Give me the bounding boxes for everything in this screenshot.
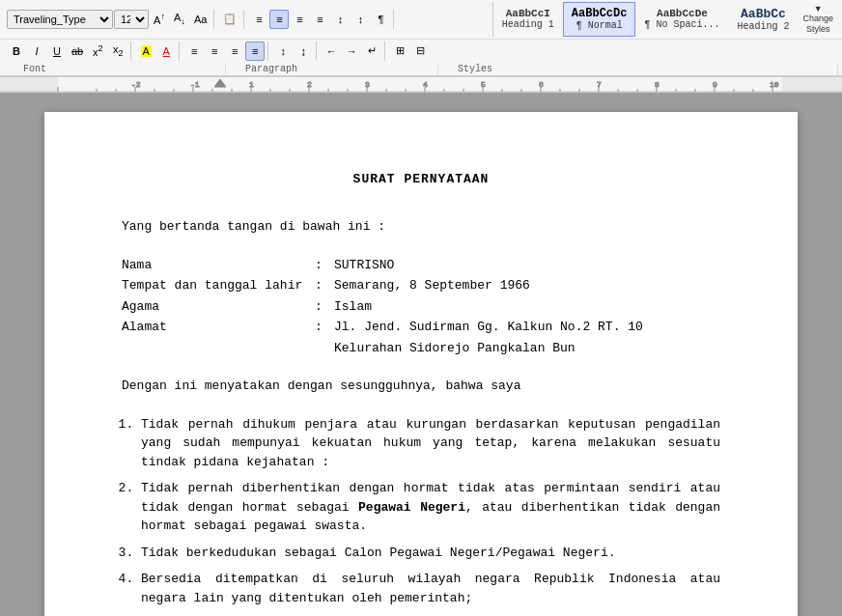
svg-text:6: 6 xyxy=(539,80,544,89)
sort-asc-btn[interactable]: ↕ xyxy=(330,10,350,29)
font-name-select[interactable]: Traveling_Type xyxy=(7,10,113,29)
align-center-btn[interactable]: ≡ xyxy=(205,42,224,61)
misc-icon1: ⊞ xyxy=(396,44,405,57)
alamat2-colon xyxy=(315,339,334,358)
misc-btn1[interactable]: ⊞ xyxy=(390,42,409,61)
numbered-list-btn[interactable]: ≡ xyxy=(269,10,289,29)
ruler-inner: -2 -1 1 2 3 4 xyxy=(0,77,842,92)
agama-label: Agama xyxy=(122,297,315,317)
underline-icon: U xyxy=(53,45,61,57)
svg-text:-2: -2 xyxy=(131,80,141,89)
svg-text:2: 2 xyxy=(307,80,312,89)
svg-text:10: 10 xyxy=(770,80,779,89)
decrease-indent-btn[interactable]: ≡ xyxy=(290,10,309,29)
style-no-spacing-label: ¶ No Spaci... xyxy=(644,19,719,30)
indent-extra-btn[interactable]: ↵ xyxy=(362,42,381,61)
font-size-select[interactable]: 12 xyxy=(114,10,149,29)
misc-btn2[interactable]: ⊟ xyxy=(410,42,430,61)
font-shrink-icon: A↓ xyxy=(174,12,185,26)
table-row: Alamat : Jl. Jend. Sudirman Gg. Kalkun N… xyxy=(122,318,720,337)
font-grow-btn[interactable]: A↑ xyxy=(150,10,169,29)
alamat-colon: : xyxy=(315,318,334,337)
numbered-list-icon: ≡ xyxy=(276,14,282,25)
ruler: -2 -1 1 2 3 4 xyxy=(0,77,842,93)
superscript-btn[interactable]: x2 xyxy=(88,42,107,61)
align-left-icon: ≡ xyxy=(191,45,197,57)
font-shrink-btn[interactable]: A↓ xyxy=(170,10,189,29)
clipboard-icon: 📋 xyxy=(223,13,237,25)
bullet-list-btn[interactable]: ≡ xyxy=(249,10,268,29)
subscript-btn[interactable]: x2 xyxy=(108,42,127,61)
align-right-btn[interactable]: ≡ xyxy=(225,42,244,61)
paragraph-group-label: Paragraph xyxy=(226,63,438,75)
bold-btn[interactable]: B xyxy=(7,42,26,61)
align-left-btn[interactable]: ≡ xyxy=(184,42,204,61)
change-styles-btn[interactable]: ▼ ChangeStyles xyxy=(798,2,838,37)
font-color-icon: A xyxy=(163,45,170,57)
font-color-btn[interactable]: A xyxy=(156,42,176,61)
style-heading2[interactable]: AaBbCc Heading 2 xyxy=(728,2,798,37)
font-group: Traveling_Type 12 A↑ A↓ Aа xyxy=(4,10,214,29)
indent-left-btn[interactable]: ← xyxy=(322,42,341,61)
svg-text:9: 9 xyxy=(713,80,717,89)
line-spacing-btn[interactable]: ↕ xyxy=(273,42,293,61)
agama-value: Islam xyxy=(334,297,720,317)
page[interactable]: SURAT PERNYATAAN Yang bertanda tangan di… xyxy=(44,112,798,616)
indent-right-icon: → xyxy=(347,45,357,57)
sort-desc-btn[interactable]: ↕ xyxy=(351,10,370,29)
list-item: Tidak berkedudukan sebagai Calon Pegawai… xyxy=(141,544,720,563)
show-para-btn[interactable]: ¶ xyxy=(371,10,390,29)
table-row: Tempat dan tanggal lahir : Semarang, 8 S… xyxy=(122,276,720,295)
text-highlight-btn[interactable]: A xyxy=(136,42,155,61)
svg-text:3: 3 xyxy=(365,80,370,89)
document-title: SURAT PERNYATAAN xyxy=(122,170,720,189)
increase-indent-icon: ≡ xyxy=(317,14,323,25)
italic-btn[interactable]: I xyxy=(27,42,46,61)
font-color-group: A A xyxy=(133,42,180,61)
style-no-spacing[interactable]: AaBbCcDe ¶ No Spaci... xyxy=(635,2,728,37)
misc-group: ⊞ ⊟ xyxy=(387,42,433,61)
indent-right-btn[interactable]: → xyxy=(342,42,361,61)
alamat2-value: Kelurahan Sidorejo Pangkalan Bun xyxy=(334,339,720,358)
ruler-svg: -2 -1 1 2 3 4 xyxy=(0,77,842,93)
document-body-text: Dengan ini menyatakan dengan sesungguhny… xyxy=(122,377,720,396)
document-area: SURAT PERNYATAAN Yang bertanda tangan di… xyxy=(0,93,842,616)
strikethrough-btn[interactable]: ab xyxy=(68,42,87,61)
ttl-value: Semarang, 8 September 1966 xyxy=(334,276,720,295)
bold-text: Pegawai Negeri xyxy=(358,500,465,515)
indent-left-icon: ← xyxy=(326,45,337,57)
list-item: Tidak pernah diberhentikan dengan hormat… xyxy=(141,479,720,536)
ttl-label: Tempat dan tanggal lahir xyxy=(122,276,315,295)
clipboard-group: 📋 xyxy=(216,10,244,29)
style-normal-preview: AaBbCcDc xyxy=(572,7,628,20)
subscript-icon: x2 xyxy=(113,43,124,58)
strikethrough-icon: ab xyxy=(71,45,83,57)
align-justify-btn[interactable]: ≡ xyxy=(245,42,265,61)
style-heading1-label: Heading 1 xyxy=(502,19,554,30)
svg-text:7: 7 xyxy=(597,80,602,89)
clipboard-btn[interactable]: 📋 xyxy=(219,10,240,29)
document-list: Tidak pernah dihukum penjara atau kurung… xyxy=(141,415,720,608)
indent-extra-icon: ↵ xyxy=(368,44,377,57)
font-group-label: Font xyxy=(4,63,226,75)
change-case-btn[interactable]: Aа xyxy=(190,10,210,29)
styles-group-label: Styles xyxy=(438,63,838,75)
nama-label: Nama xyxy=(122,256,315,275)
sort-asc-icon: ↕ xyxy=(338,14,344,25)
style-normal[interactable]: AaBbCcDc ¶ Normal xyxy=(563,2,636,37)
alamat-value: Jl. Jend. Sudirman Gg. Kalkun No.2 RT. 1… xyxy=(334,318,720,337)
increase-indent-btn[interactable]: ≡ xyxy=(310,10,329,29)
change-styles-label: ChangeStyles xyxy=(802,14,833,35)
data-table: Nama : SUTRISNO Tempat dan tanggal lahir… xyxy=(122,256,720,358)
superscript-icon: x2 xyxy=(93,43,103,58)
list-item: Tidak pernah dihukum penjara atau kurung… xyxy=(141,415,720,472)
para-spacing-btn[interactable]: ↨ xyxy=(294,42,313,61)
decrease-indent-icon: ≡ xyxy=(296,14,302,25)
format-group: B I U ab x2 x2 xyxy=(4,42,131,61)
svg-text:5: 5 xyxy=(481,80,486,89)
sort-desc-icon: ↕ xyxy=(358,14,364,25)
change-styles-arrow-icon: ▼ xyxy=(814,4,823,14)
underline-btn[interactable]: U xyxy=(47,42,67,61)
styles-panel: AaBbCcI Heading 1 AaBbCcDc ¶ Normal AaBb… xyxy=(492,2,838,37)
style-heading1[interactable]: AaBbCcI Heading 1 xyxy=(493,2,563,37)
